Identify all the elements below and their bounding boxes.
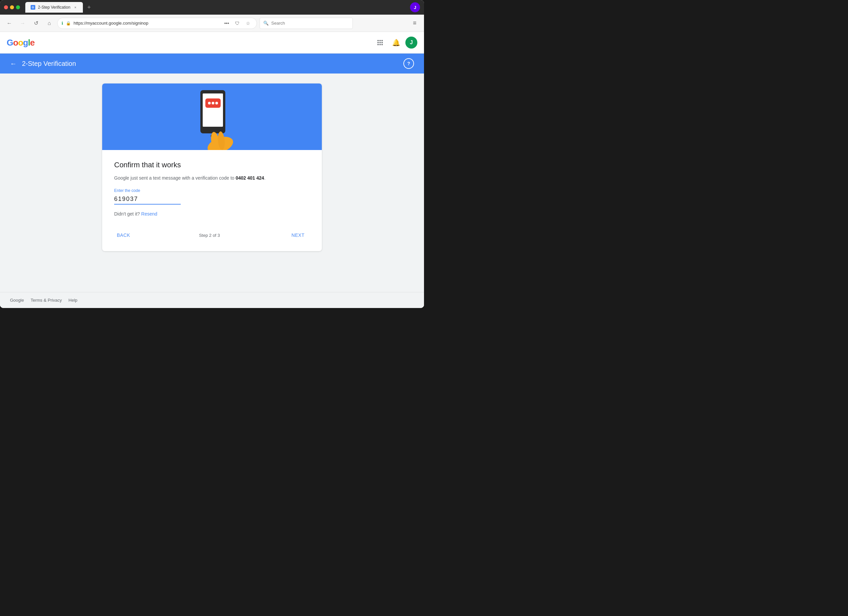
card-body: Confirm that it works Google just sent a… [102,150,322,251]
tab-favicon-text: G [32,6,34,9]
logo-g: G [7,38,13,47]
card-footer: BACK Step 2 of 3 NEXT [114,227,310,240]
search-icon: 🔍 [263,21,268,26]
footer-link-terms[interactable]: Terms & Privacy [31,298,62,303]
new-tab-button[interactable]: + [84,3,93,12]
tab-close-button[interactable]: × [73,5,77,10]
description-suffix: . [264,175,265,181]
title-bar-user-avatar[interactable]: J [410,2,420,12]
more-options-icon[interactable]: ••• [222,19,231,28]
page-content: Google 🔔 J ← 2-Step [0,32,424,308]
fullscreen-traffic-light[interactable] [16,5,20,9]
google-logo: Google [7,38,35,48]
input-label: Enter the code [114,188,310,193]
svg-point-5 [215,102,218,104]
card-illustration [102,83,322,150]
banner-help-button[interactable]: ? [403,58,414,69]
phone-number: 0402 401 424 [236,175,264,181]
active-tab[interactable]: G 2-Step Verification × [25,2,83,13]
traffic-lights [4,5,20,9]
page-footer: Google Terms & Privacy Help [0,292,424,308]
verification-code-input[interactable] [114,194,181,204]
nav-bar: ← → ↺ ⌂ ℹ 🔒 https://myaccount.google.com… [0,15,424,32]
title-bar: G 2-Step Verification × + J [0,0,424,15]
logo-e: e [30,38,34,47]
resend-prefix: Didn't get it? [114,211,141,216]
minimize-traffic-light[interactable] [10,5,14,9]
svg-point-3 [208,102,211,104]
svg-point-4 [212,102,214,104]
google-header: Google 🔔 J [0,32,424,53]
blue-banner: ← 2-Step Verification ? [0,53,424,74]
forward-button[interactable]: → [17,18,28,29]
search-bar[interactable]: 🔍 [259,18,353,29]
home-button[interactable]: ⌂ [44,18,55,29]
card-title: Confirm that it works [114,161,310,169]
back-step-button[interactable]: BACK [114,230,133,240]
browser-menu-button[interactable]: ≡ [409,18,420,29]
search-input[interactable] [271,21,349,26]
tab-title: 2-Step Verification [38,5,70,10]
notifications-button[interactable]: 🔔 [389,36,403,49]
grid-dots-icon [377,40,383,45]
tab-favicon: G [31,5,35,10]
step-indicator: Step 2 of 3 [199,233,220,238]
resend-row: Didn't get it? Resend [114,211,310,216]
url-prefix: https://myaccount. [74,21,109,26]
bookmark-icon[interactable]: ☆ [243,19,253,28]
back-button[interactable]: ← [4,18,15,29]
banner-title: 2-Step Verification [22,60,76,68]
browser-window: G 2-Step Verification × + J ← → ↺ ⌂ [0,0,424,308]
url-path: /signinop [131,21,148,26]
code-input-wrapper: Enter the code [114,188,310,204]
address-bar-actions: ••• 🛡 ☆ [222,19,253,28]
address-bar[interactable]: ℹ 🔒 https://myaccount.google.com/signino… [57,18,257,29]
pocket-icon[interactable]: 🛡 [233,19,242,28]
logo-g2: g [23,38,28,47]
close-traffic-light[interactable] [4,5,8,9]
main-area: Confirm that it works Google just sent a… [0,74,424,292]
apps-icon-button[interactable] [374,36,387,49]
resend-link[interactable]: Resend [141,211,157,216]
footer-link-help[interactable]: Help [68,298,77,303]
logo-o2: o [18,38,23,47]
banner-back-button[interactable]: ← [10,60,17,68]
url-domain: google.com [109,21,131,26]
header-icons: 🔔 J [374,36,417,49]
card-description: Google just sent a text message with a v… [114,175,310,182]
logo-o1: o [13,38,18,47]
verification-card: Confirm that it works Google just sent a… [102,83,322,251]
url-display: https://myaccount.google.com/signinop [74,21,219,26]
description-prefix: Google just sent a text message with a v… [114,175,236,181]
reload-button[interactable]: ↺ [31,18,41,29]
info-icon: ℹ [62,21,63,26]
lock-icon: 🔒 [66,21,71,26]
next-step-button[interactable]: NEXT [286,230,310,240]
footer-link-google[interactable]: Google [10,298,24,303]
phone-illustration-svg [182,83,242,150]
user-avatar-header[interactable]: J [405,37,417,49]
tab-bar: G 2-Step Verification × + [25,2,407,13]
